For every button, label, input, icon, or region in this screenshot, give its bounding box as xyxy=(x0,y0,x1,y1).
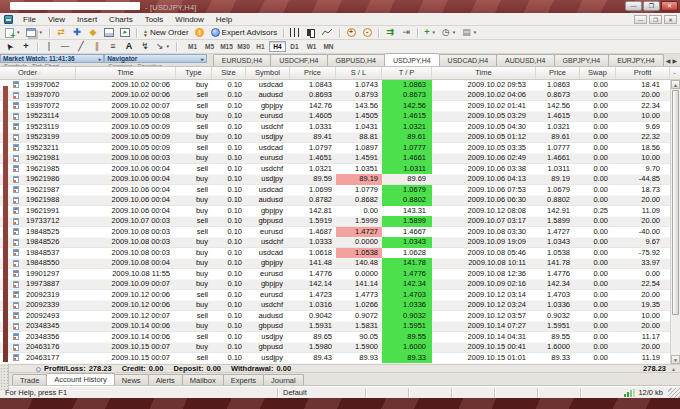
minimize-button[interactable]: — xyxy=(625,1,642,11)
history-row[interactable]: 19621991 2009.10.06 00:04 buy 0.10 gbpjp… xyxy=(0,206,680,217)
status-connection[interactable]: 12/0 kb xyxy=(580,388,668,398)
history-row[interactable]: 19848537 2009.10.08 00:03 buy 0.10 usdca… xyxy=(0,248,680,259)
mdi-close-icon[interactable]: ✕ xyxy=(664,15,677,24)
history-row[interactable]: 19523199 2009.10.05 00:09 buy 0.10 usdjp… xyxy=(0,133,680,144)
crosshair-button[interactable]: + xyxy=(18,41,34,53)
history-row[interactable]: 19733712 2009.10.07 00:03 sell 0.10 gbpu… xyxy=(0,217,680,228)
templates-button[interactable]: ▤▼ xyxy=(459,27,480,39)
expert-advisors-button[interactable]: Expert Advisors xyxy=(208,27,281,39)
column-header-close-price[interactable]: Price xyxy=(536,67,580,79)
chart-tab-eurusd-h4[interactable]: EURUSD,H4 xyxy=(213,54,271,66)
chart-tab-usdjpy-h4[interactable]: USDJPY,H4 xyxy=(384,53,440,66)
column-header-size[interactable]: Size xyxy=(212,67,246,79)
menu-charts[interactable]: Charts xyxy=(103,15,139,24)
history-row[interactable]: 19621981 2009.10.06 00:03 buy 0.10 eurus… xyxy=(0,154,680,165)
timeframe-m5[interactable]: M5 xyxy=(201,41,218,52)
timeframe-m30[interactable]: M30 xyxy=(235,41,252,52)
terminal-tab-experts[interactable]: Experts xyxy=(223,374,264,385)
chart-shift-button[interactable]: ⇥ xyxy=(398,27,414,39)
chart-tab-usdcad-h4[interactable]: USDCAD,H4 xyxy=(439,54,497,66)
chart-tab-eurjpy-h4[interactable]: EURJPY,H4 xyxy=(608,54,664,66)
column-header-swap[interactable]: Swap xyxy=(580,67,616,79)
terminal-drag-handle[interactable] xyxy=(0,364,9,390)
resize-grip[interactable] xyxy=(668,388,680,398)
column-header-open-time[interactable]: Time xyxy=(76,67,176,79)
history-row[interactable]: 19621988 2009.10.06 00:04 buy 0.10 audus… xyxy=(0,196,680,207)
history-row[interactable]: 19848525 2009.10.08 00:03 sell 0.10 euru… xyxy=(0,227,680,238)
history-row[interactable]: 19397062 2009.10.02 00:06 buy 0.10 usdca… xyxy=(0,80,680,91)
column-header-open-price[interactable]: Price xyxy=(290,67,336,79)
metaeditor-button[interactable]: ! xyxy=(192,27,208,39)
chart-tab-gbpjpy-h4[interactable]: GBPJPY,H4 xyxy=(554,54,610,66)
periods-button[interactable]: ◷▼ xyxy=(439,27,459,39)
column-header-type[interactable]: Type xyxy=(176,67,212,79)
profiles-button[interactable]: ▼ xyxy=(23,27,45,39)
panel-tab-symbols[interactable]: Symbols xyxy=(4,63,27,66)
history-row[interactable]: 20348345 2009.10.14 00:06 buy 0.10 gbpus… xyxy=(0,322,680,333)
history-row[interactable]: 20463177 2009.10.15 00:07 sell 0.10 usdj… xyxy=(0,353,680,364)
terminal-tab-alerts[interactable]: Alerts xyxy=(148,374,183,385)
history-row[interactable]: 19523119 2009.10.05 00:09 sell 0.10 usdc… xyxy=(0,122,680,133)
new-order-button[interactable]: ▲▼ New Order xyxy=(140,27,192,39)
history-row[interactable]: 20092493 2009.10.12 00:07 sell 0.10 audu… xyxy=(0,311,680,322)
arrows-tool-button[interactable]: ↯ xyxy=(137,41,153,53)
menu-window[interactable]: Window xyxy=(169,15,209,24)
column-header-symbol[interactable]: Symbol xyxy=(246,67,290,79)
menu-view[interactable]: View xyxy=(42,15,71,24)
column-header-tp[interactable]: T / P xyxy=(382,67,432,79)
candlestick-button[interactable] xyxy=(303,27,319,39)
timeframe-w1[interactable]: W1 xyxy=(303,41,320,52)
history-row[interactable]: 19848550 2009.10.08 00:04 buy 0.10 gbpjp… xyxy=(0,259,680,270)
history-row[interactable]: 19621987 2009.10.06 00:04 sell 0.10 usdc… xyxy=(0,185,680,196)
market-watch-header[interactable]: Market Watch: 11:41:36▸ xyxy=(0,54,104,63)
terminal-toggle[interactable] xyxy=(101,27,117,39)
market-watch-toggle[interactable]: ⇄ xyxy=(53,27,69,39)
history-row[interactable]: 19901297 2009.10.08 11:55 buy 0.10 eurus… xyxy=(0,269,680,280)
scroll-down-icon[interactable]: ▼ xyxy=(671,355,680,364)
chart-tab-audusd-h4[interactable]: AUDUSD,H4 xyxy=(496,54,554,66)
panel-expand-icon[interactable]: ▸ xyxy=(99,55,102,63)
trendline-button[interactable]: ╱ xyxy=(73,41,89,53)
mdi-restore-icon[interactable]: ❐ xyxy=(649,15,662,24)
shapes-button[interactable]: ↘▼ xyxy=(153,41,173,53)
auto-scroll-button[interactable]: ⇉ xyxy=(382,27,398,39)
close-button[interactable]: ✕ xyxy=(661,1,678,11)
terminal-tab-account-history[interactable]: Account History xyxy=(46,373,115,385)
indicators-button[interactable]: +▼ xyxy=(421,27,439,39)
zoom-out-button[interactable]: - xyxy=(359,27,375,39)
history-row[interactable]: 20092339 2009.10.12 00:06 buy 0.10 usdch… xyxy=(0,301,680,312)
status-profile[interactable]: Default xyxy=(277,388,365,398)
line-chart-button[interactable] xyxy=(319,27,336,39)
history-row[interactable]: 19397070 2009.10.02 00:06 sell 0.10 audu… xyxy=(0,91,680,102)
scroll-up-icon[interactable]: ▲ xyxy=(671,80,680,89)
panel-expand-icon[interactable]: ▸ xyxy=(201,55,204,63)
strategy-tester-toggle[interactable] xyxy=(117,27,133,39)
fibonacci-button[interactable]: ≡ xyxy=(105,41,121,53)
chart-tab-usdchf-h4[interactable]: USDCHF,H4 xyxy=(270,54,327,66)
history-row[interactable]: 20092319 2009.10.12 00:06 sell 0.10 euru… xyxy=(0,290,680,301)
timeframe-m15[interactable]: M15 xyxy=(218,41,235,52)
vertical-scrollbar[interactable]: ▲ ▼ xyxy=(670,80,680,364)
timeframe-m1[interactable]: M1 xyxy=(184,41,201,52)
grid-options-button[interactable]: ▪ xyxy=(670,67,680,79)
terminal-tab-news[interactable]: News xyxy=(114,374,149,385)
maximize-button[interactable]: ❐ xyxy=(643,1,660,11)
history-row[interactable]: 20348356 2009.10.14 00:06 sell 0.10 usdj… xyxy=(0,332,680,343)
terminal-tab-mailbox[interactable]: Mailbox xyxy=(182,374,224,385)
vertical-line-button[interactable]: | xyxy=(41,41,57,53)
history-row[interactable]: 19523114 2009.10.05 00:08 buy 0.10 eurus… xyxy=(0,112,680,123)
text-tool-button[interactable]: A xyxy=(121,41,137,53)
panel-tab-favorites[interactable]: Favorites xyxy=(138,63,163,66)
cursor-button[interactable]: ➤ xyxy=(2,41,18,53)
timeframe-h4[interactable]: H4 xyxy=(269,41,286,52)
menu-insert[interactable]: Insert xyxy=(71,15,103,24)
navigator-toggle[interactable]: ◆ xyxy=(85,27,101,39)
column-header-sl[interactable]: S / L xyxy=(336,67,382,79)
column-header-close-time[interactable]: Time xyxy=(432,67,536,79)
scrollbar-thumb[interactable] xyxy=(672,90,679,315)
zoom-in-button[interactable]: + xyxy=(343,27,359,39)
channel-button[interactable]: ∥ xyxy=(89,41,105,53)
column-header-order[interactable]: Order∕ xyxy=(10,67,76,79)
tab-scroll-right-icon[interactable]: ▶ xyxy=(672,57,677,64)
history-row[interactable]: 19621986 2009.10.06 00:04 buy 0.10 usdjp… xyxy=(0,175,680,186)
